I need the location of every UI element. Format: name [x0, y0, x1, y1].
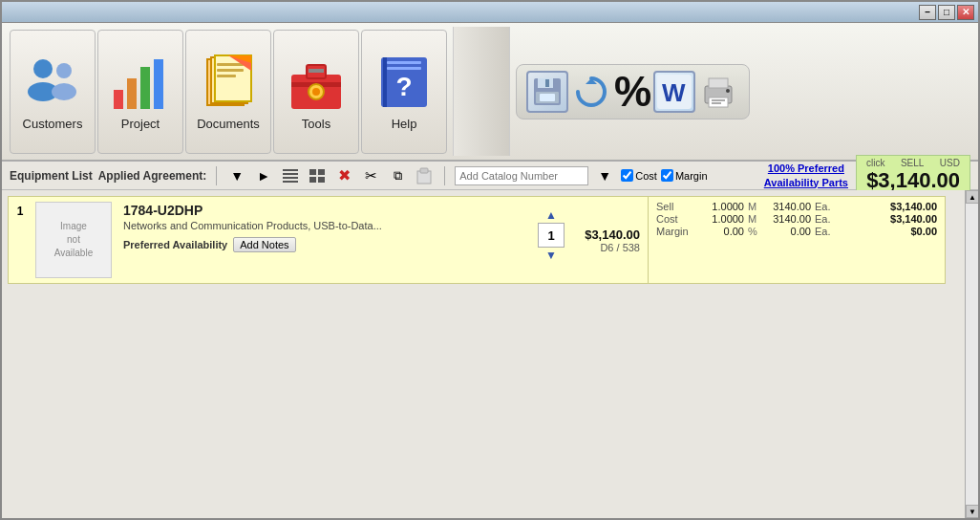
grid-lines-btn[interactable] — [280, 165, 301, 186]
svg-rect-7 — [154, 59, 163, 109]
print-button[interactable] — [697, 71, 739, 113]
svg-text:?: ? — [395, 72, 412, 101]
product-row: 1 Image not Available 1784-U2DHP Network… — [8, 196, 946, 284]
svg-rect-23 — [383, 57, 387, 107]
svg-rect-5 — [127, 78, 137, 109]
svg-rect-43 — [283, 177, 298, 179]
grid-alt-btn[interactable] — [307, 165, 328, 186]
product-image: Image not Available — [35, 202, 112, 278]
svg-rect-40 — [712, 102, 721, 104]
svg-point-20 — [312, 88, 320, 96]
svg-point-2 — [56, 63, 72, 78]
svg-rect-11 — [217, 63, 244, 66]
product-number: 1 — [9, 197, 32, 283]
main-window: – □ ✕ Customers — [0, 0, 980, 520]
maximize-button[interactable]: □ — [938, 5, 955, 20]
svg-rect-4 — [114, 90, 123, 109]
action-sep-1 — [216, 166, 217, 185]
help-button[interactable]: ? Help — [361, 30, 447, 154]
product-desc: Networks and Communication Products, USB… — [123, 220, 522, 231]
save-button[interactable] — [526, 71, 568, 113]
scroll-track[interactable] — [966, 204, 978, 505]
cost-checkbox[interactable] — [621, 169, 633, 182]
price-sub: D6 / 538 — [600, 242, 640, 253]
customers-icon — [22, 52, 83, 113]
margin-row: Margin 0.00 % 0.00 Ea. $0.00 — [656, 226, 937, 237]
cost-margin-area: Cost Margin — [621, 169, 707, 182]
tools-label: Tools — [302, 117, 330, 131]
svg-point-3 — [52, 83, 76, 100]
qty-value[interactable]: 1 — [538, 223, 565, 248]
scroll-down-btn[interactable]: ▼ — [966, 505, 978, 518]
product-availability: Preferred Availability Add Notes — [123, 237, 522, 252]
product-id: 1784-U2DHP — [123, 203, 522, 218]
close-button[interactable]: ✕ — [957, 5, 974, 20]
svg-rect-6 — [140, 67, 150, 109]
svg-text:W: W — [662, 78, 686, 107]
sell-row: Sell 1.0000 M 3140.00 Ea. $3,140.00 — [656, 201, 937, 212]
vertical-scrollbar: ▲ ▼ — [965, 190, 978, 518]
percent-button[interactable]: % — [614, 71, 651, 113]
qty-down-btn[interactable]: ▼ — [541, 248, 562, 263]
right-triangle-btn[interactable]: ► — [253, 165, 274, 186]
margin-checkbox-label[interactable]: Margin — [661, 169, 708, 182]
scissors-btn[interactable]: ✂ — [360, 165, 381, 186]
margin-checkbox[interactable] — [661, 169, 673, 182]
project-label: Project — [121, 117, 160, 131]
main-toolbar: Customers Project — [2, 23, 978, 162]
svg-rect-24 — [387, 61, 421, 64]
svg-rect-50 — [420, 168, 428, 173]
customers-label: Customers — [23, 117, 83, 131]
price-value: $3,140.00 — [585, 228, 640, 242]
product-info: 1784-U2DHP Networks and Communication Pr… — [116, 197, 530, 283]
refresh-button[interactable] — [570, 71, 612, 113]
svg-rect-41 — [283, 169, 298, 171]
product-list: 1 Image not Available 1784-U2DHP Network… — [2, 190, 978, 290]
svg-rect-48 — [318, 177, 325, 183]
window-controls: – □ ✕ — [919, 5, 974, 20]
svg-rect-13 — [217, 75, 236, 77]
toolbar-divider — [453, 27, 510, 156]
scroll-up-btn[interactable]: ▲ — [966, 190, 978, 204]
action-sep-2 — [444, 166, 445, 185]
tools-button[interactable]: Tools — [273, 30, 359, 154]
cost-checkbox-label[interactable]: Cost — [621, 169, 657, 182]
project-button[interactable]: Project — [97, 30, 183, 154]
quantity-spinner: ▲ 1 ▼ — [534, 206, 568, 264]
svg-rect-38 — [726, 89, 730, 93]
cost-row: Cost 1.0000 M 3140.00 Ea. $3,140.00 — [656, 213, 937, 225]
add-catalog-input[interactable] — [455, 166, 588, 185]
documents-button[interactable]: Documents — [185, 30, 271, 154]
delete-btn[interactable]: ✖ — [333, 165, 354, 186]
svg-rect-36 — [709, 78, 728, 88]
documents-label: Documents — [197, 117, 260, 131]
applied-agreement-label: Applied Agreement: — [98, 169, 207, 183]
filter-btn[interactable]: ▼ — [594, 165, 615, 186]
right-nav-buttons: % W — [516, 64, 750, 119]
content-area: 1 Image not Available 1784-U2DHP Network… — [2, 190, 978, 518]
project-icon — [110, 52, 171, 113]
help-icon: ? — [373, 52, 435, 113]
svg-rect-44 — [283, 181, 298, 183]
availability-link[interactable]: 100% Preferred Availability Parts — [764, 162, 848, 189]
svg-rect-29 — [545, 79, 549, 87]
customers-button[interactable]: Customers — [10, 30, 96, 154]
copy-btn[interactable]: ⧉ — [387, 165, 408, 186]
svg-point-0 — [33, 59, 53, 78]
action-bar: Equipment List Applied Agreement: ▼ ► ✖ … — [2, 162, 978, 190]
svg-rect-25 — [387, 67, 421, 70]
svg-rect-46 — [318, 169, 325, 175]
main-price: $3,140.00 D6 / 538 — [572, 197, 649, 283]
svg-rect-12 — [217, 69, 244, 72]
qty-up-btn[interactable]: ▲ — [541, 207, 562, 223]
svg-rect-31 — [540, 94, 555, 101]
title-bar: – □ ✕ — [2, 2, 978, 23]
add-notes-button[interactable]: Add Notes — [233, 237, 295, 252]
word-button[interactable]: W — [653, 71, 695, 113]
svg-rect-45 — [309, 169, 316, 175]
minimize-button[interactable]: – — [919, 5, 936, 20]
sell-usd-labels: click SELL USD — [866, 158, 960, 168]
down-triangle-btn[interactable]: ▼ — [226, 165, 247, 186]
svg-rect-47 — [309, 177, 316, 183]
paste-btn[interactable] — [414, 165, 435, 186]
